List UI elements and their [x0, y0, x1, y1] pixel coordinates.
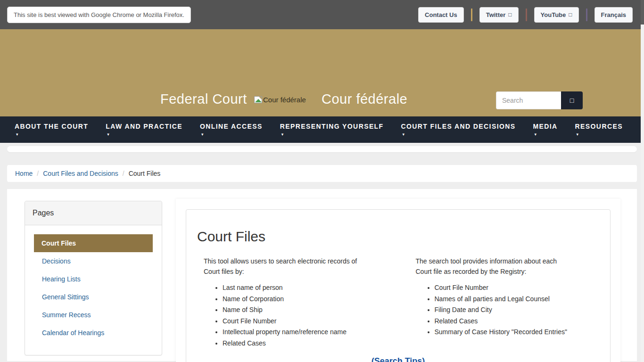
nav-court-files-and-decisions[interactable]: COURT FILES AND DECISIONS ▾: [401, 123, 516, 137]
site-title-english: Federal Court: [160, 91, 247, 107]
breadcrumb-separator: /: [37, 170, 39, 177]
list-item: Related Cases: [435, 317, 597, 325]
main-panel: Court Files This tool allows users to se…: [176, 199, 620, 362]
twitter-icon: □: [508, 11, 512, 18]
francais-button[interactable]: Français: [594, 7, 633, 23]
list-item: Court File Number: [223, 317, 385, 325]
chevron-down-icon: ▾: [403, 132, 516, 137]
list-item: Related Cases: [223, 339, 385, 347]
registry-info-list: Court File Number Names of all parties a…: [416, 284, 597, 336]
nav-label: ABOUT THE COURT: [15, 123, 88, 130]
breadcrumb-current: Court Files: [129, 170, 161, 177]
scrollbar-thumb[interactable]: [641, 0, 644, 25]
list-item: Last name of person: [223, 284, 385, 291]
twitter-label: Twitter: [486, 11, 506, 18]
breadcrumb: Home / Court Files and Decisions / Court…: [7, 165, 637, 182]
nav-about-the-court[interactable]: ABOUT THE COURT ▾: [15, 123, 88, 137]
sidebar-item-general-sittings[interactable]: General Sittings: [34, 288, 153, 306]
twitter-button[interactable]: Twitter □: [479, 7, 519, 23]
search-by-column: This tool allows users to search electro…: [186, 256, 398, 350]
sidebar-item-hearing-lists[interactable]: Hearing Lists: [34, 270, 153, 288]
separator: [586, 8, 587, 21]
main-navigation: ABOUT THE COURT ▾ LAW AND PRACTICE ▾ ONL…: [0, 116, 644, 143]
nav-resources[interactable]: RESOURCES ▾: [575, 123, 623, 137]
separator: [526, 8, 527, 21]
logo-alt-text: Cour fédérale: [263, 96, 306, 104]
top-utility-bar: This site is best viewed with Google Chr…: [0, 0, 644, 29]
sidebar-item-court-files-active[interactable]: Court Files: [34, 234, 153, 252]
content-container: Pages Court Files Decisions Hearing List…: [7, 189, 637, 361]
sidebar-list: Court Files Decisions Hearing Lists Gene…: [25, 225, 162, 355]
nav-label: LAW AND PRACTICE: [106, 123, 182, 130]
list-item: Name of Corporation: [223, 295, 385, 303]
registry-info-intro: The search tool provides information abo…: [416, 256, 567, 277]
breadcrumb-home-link[interactable]: Home: [15, 170, 33, 177]
nav-label: REPRESENTING YOURSELF: [280, 123, 384, 130]
chevron-down-icon: ▾: [16, 132, 88, 137]
search-group: □: [496, 91, 583, 109]
search-by-list: Last name of person Name of Corporation …: [204, 284, 385, 347]
page-title: Court Files: [197, 229, 610, 245]
nav-label: RESOURCES: [575, 123, 623, 130]
site-header: Federal Court Cour fédérale Cour fédéral…: [0, 29, 644, 116]
nav-media[interactable]: MEDIA ▾: [533, 123, 557, 137]
nav-representing-yourself[interactable]: REPRESENTING YOURSELF ▾: [280, 123, 384, 137]
two-column-info: This tool allows users to search electro…: [186, 256, 610, 350]
site-title-french: Cour fédérale: [322, 91, 407, 107]
registry-info-column: The search tool provides information abo…: [398, 256, 611, 350]
collapsed-subnav-bar: [7, 146, 637, 152]
sidebar-title: Pages: [25, 201, 162, 225]
pages-sidebar: Pages Court Files Decisions Hearing List…: [25, 201, 162, 355]
nav-label: ONLINE ACCESS: [200, 123, 263, 130]
contact-us-button[interactable]: Contact Us: [418, 7, 464, 23]
list-item: Names of all parties and Legal Counsel: [435, 295, 597, 303]
separator: [471, 8, 472, 21]
broken-image-icon: [254, 96, 262, 103]
broken-logo-image: Cour fédérale: [254, 96, 306, 104]
sidebar-item-calendar-of-hearings[interactable]: Calendar of Hearings: [34, 324, 153, 342]
scrollbar[interactable]: [641, 0, 644, 362]
breadcrumb-section-link[interactable]: Court Files and Decisions: [43, 170, 118, 177]
search-button[interactable]: □: [561, 91, 583, 109]
nav-label: COURT FILES AND DECISIONS: [401, 123, 516, 130]
search-by-intro: This tool allows users to search electro…: [204, 256, 367, 277]
nav-law-and-practice[interactable]: LAW AND PRACTICE ▾: [106, 123, 182, 137]
breadcrumb-separator: /: [123, 170, 124, 177]
search-icon: □: [570, 97, 574, 104]
list-item: Name of Ship: [223, 306, 385, 313]
youtube-icon: □: [569, 11, 572, 18]
nav-online-access[interactable]: ONLINE ACCESS ▾: [200, 123, 263, 137]
contact-us-label: Contact Us: [425, 11, 457, 18]
sidebar-item-summer-recess[interactable]: Summer Recess: [34, 306, 153, 324]
court-files-section: Court Files This tool allows users to se…: [186, 209, 611, 362]
chevron-down-icon: ▾: [281, 132, 384, 137]
list-item: Filing Date and City: [435, 306, 597, 313]
chevron-down-icon: ▾: [534, 132, 557, 137]
list-item: Summary of Case History "Recorded Entrie…: [435, 328, 597, 336]
chevron-down-icon: ▾: [107, 132, 182, 137]
youtube-label: YouTube: [541, 11, 566, 18]
chevron-down-icon: ▾: [201, 132, 263, 137]
list-item: Intellectual property name/reference nam…: [223, 328, 385, 336]
search-tips-link[interactable]: (Search Tips): [372, 356, 425, 362]
nav-label: MEDIA: [533, 123, 557, 130]
francais-label: Français: [601, 11, 626, 18]
list-item: Court File Number: [435, 284, 597, 291]
top-actions: Contact Us Twitter □ YouTube □ Français: [418, 7, 633, 23]
youtube-button[interactable]: YouTube □: [534, 7, 579, 23]
browser-notice: This site is best viewed with Google Chr…: [7, 7, 191, 23]
search-tips-row: (Search Tips): [186, 356, 610, 362]
chevron-down-icon: ▾: [577, 132, 623, 137]
sidebar-item-decisions[interactable]: Decisions: [34, 252, 153, 270]
search-input[interactable]: [496, 91, 561, 109]
